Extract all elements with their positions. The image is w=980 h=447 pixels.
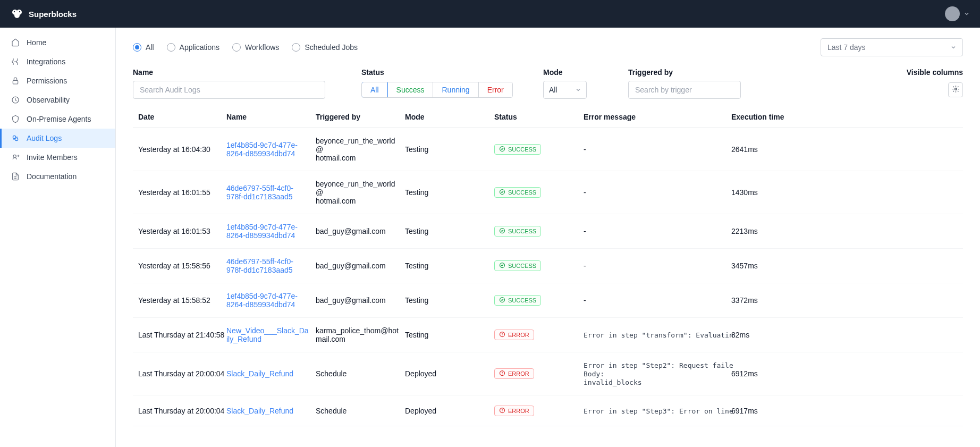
sidebar-item-integrations[interactable]: Integrations: [0, 52, 115, 71]
cell-trigger: karma_police_thom@hot mail.com: [316, 326, 405, 343]
sidebar-item-label: Documentation: [27, 172, 77, 181]
cell-status: SUCCESS: [494, 187, 584, 198]
cell-date: Yesterday at 16:01:55: [138, 188, 226, 197]
sidebar-item-label: Permissions: [27, 77, 67, 85]
search-trigger-input[interactable]: [628, 81, 741, 99]
radio-label: Applications: [180, 43, 220, 52]
status-badge: SUCCESS: [494, 226, 541, 237]
table-row[interactable]: Yesterday at 16:04:301ef4b85d-9c7d-477e-…: [133, 128, 963, 171]
status-badge: ERROR: [494, 406, 534, 416]
cell-mode: Deployed: [405, 369, 494, 378]
chevron-down-icon: [576, 86, 581, 94]
date-range-select[interactable]: Last 7 days: [821, 38, 963, 56]
invite-icon: [11, 153, 20, 162]
cell-exec: 2641ms: [731, 145, 811, 154]
cell-name-link[interactable]: 46de6797-55ff-4cf0-978f-dd1c7183aad5: [226, 257, 316, 274]
cell-name-link[interactable]: Slack_Daily_Refund: [226, 369, 316, 378]
cell-mode: Testing: [405, 296, 494, 305]
filter-label-trigger: Triggered by: [628, 68, 673, 77]
search-name-input[interactable]: [133, 81, 325, 99]
cell-error: Error in step "transform": Evaluatin: [584, 331, 731, 339]
topbar-right: [945, 6, 969, 21]
status-segment-group: All Success Running Error: [361, 82, 513, 98]
mode-select[interactable]: All: [543, 81, 587, 99]
cell-name-link[interactable]: New_Video___Slack_Daily_Refund: [226, 326, 316, 343]
status-badge: SUCCESS: [494, 187, 541, 198]
cell-status: ERROR: [494, 330, 584, 340]
cell-exec: 82ms: [731, 331, 811, 339]
brand-name: Superblocks: [29, 10, 77, 19]
radio-workflows[interactable]: Workflows: [232, 43, 279, 52]
cell-exec: 3372ms: [731, 296, 811, 305]
table-row[interactable]: Yesterday at 16:01:5546de6797-55ff-4cf0-…: [133, 171, 963, 214]
table-row[interactable]: Yesterday at 16:01:531ef4b85d-9c7d-477e-…: [133, 214, 963, 249]
th-mode: Mode: [405, 113, 494, 121]
table-row[interactable]: Last Thursday at 20:00:04Slack_Daily_Ref…: [133, 395, 963, 426]
audit-icon: [11, 133, 20, 143]
agents-icon: [11, 114, 20, 124]
table-row[interactable]: Last Thursday at 21:40:58New_Video___Sla…: [133, 318, 963, 352]
sidebar-item-label: Audit Logs: [27, 134, 62, 142]
cell-date: Last Thursday at 20:00:04: [138, 407, 226, 415]
topbar: Superblocks: [0, 0, 980, 28]
audit-log-table: Date Name Triggered by Mode Status Error…: [133, 106, 963, 426]
sidebar-item-label: Integrations: [27, 57, 65, 66]
cell-status: ERROR: [494, 368, 584, 379]
table-row[interactable]: Yesterday at 15:58:521ef4b85d-9c7d-477e-…: [133, 283, 963, 318]
cell-mode: Testing: [405, 188, 494, 197]
status-seg-error[interactable]: Error: [479, 82, 512, 97]
status-seg-running[interactable]: Running: [433, 82, 478, 97]
table-row[interactable]: Last Thursday at 20:00:04Slack_Daily_Ref…: [133, 352, 963, 395]
filter-label-name: Name: [133, 68, 153, 77]
alert-circle-icon: [499, 331, 505, 339]
radio-label: Workflows: [245, 43, 279, 52]
cell-mode: Testing: [405, 331, 494, 339]
cell-name-link[interactable]: Slack_Daily_Refund: [226, 407, 316, 415]
svg-point-2: [14, 13, 20, 18]
status-seg-success[interactable]: Success: [388, 82, 434, 97]
sidebar-item-home[interactable]: Home: [0, 33, 115, 52]
cell-name-link[interactable]: 1ef4b85d-9c7d-477e-8264-d859934dbd74: [226, 292, 316, 309]
docs-icon: [11, 172, 20, 181]
radio-scheduled-jobs[interactable]: Scheduled Jobs: [292, 43, 358, 52]
svg-rect-5: [13, 80, 18, 84]
radio-all[interactable]: All: [133, 43, 154, 52]
svg-point-4: [19, 11, 20, 12]
radio-applications[interactable]: Applications: [167, 43, 220, 52]
alert-circle-icon: [499, 370, 505, 377]
cell-date: Yesterday at 15:58:56: [138, 262, 226, 270]
table-row[interactable]: Yesterday at 15:58:5646de6797-55ff-4cf0-…: [133, 249, 963, 283]
cell-name-link[interactable]: 1ef4b85d-9c7d-477e-8264-d859934dbd74: [226, 141, 316, 158]
sidebar-item-permissions[interactable]: Permissions: [0, 71, 115, 90]
sidebar-item-observability[interactable]: Observability: [0, 90, 115, 109]
main-content: AllApplicationsWorkflowsScheduled Jobs L…: [116, 28, 980, 447]
cell-date: Yesterday at 16:04:30: [138, 145, 226, 154]
cell-name-link[interactable]: 46de6797-55ff-4cf0-978f-dd1c7183aad5: [226, 184, 316, 201]
cell-trigger: beyonce_run_the_world@ hotmail.com: [316, 137, 405, 162]
cell-error: -: [584, 188, 731, 197]
sidebar-item-label: Observability: [27, 96, 70, 104]
check-circle-icon: [499, 262, 505, 269]
avatar[interactable]: [945, 6, 960, 21]
check-circle-icon: [499, 297, 505, 304]
cell-name-link[interactable]: 1ef4b85d-9c7d-477e-8264-d859934dbd74: [226, 223, 316, 240]
svg-point-8: [15, 138, 18, 140]
integrations-icon: [11, 57, 20, 66]
cell-status: ERROR: [494, 406, 584, 416]
sidebar-item-invite-members[interactable]: Invite Members: [0, 148, 115, 167]
cell-status: SUCCESS: [494, 144, 584, 155]
sidebar-item-audit-logs[interactable]: Audit Logs: [0, 129, 115, 148]
sidebar-item-on-premise-agents[interactable]: On-Premise Agents: [0, 109, 115, 129]
cell-error: -: [584, 227, 731, 235]
user-menu-chevron-icon[interactable]: [964, 10, 969, 18]
sidebar-item-label: Invite Members: [27, 153, 78, 162]
cell-exec: 6917ms: [731, 407, 811, 415]
cell-error: -: [584, 296, 731, 305]
sidebar-item-documentation[interactable]: Documentation: [0, 167, 115, 186]
sidebar: HomeIntegrationsPermissionsObservability…: [0, 28, 116, 447]
visible-columns-button[interactable]: [948, 82, 963, 97]
cell-trigger: bad_guy@gmail.com: [316, 296, 405, 305]
status-seg-all[interactable]: All: [361, 82, 388, 98]
radio-label: All: [146, 43, 154, 52]
cell-error: -: [584, 145, 731, 154]
